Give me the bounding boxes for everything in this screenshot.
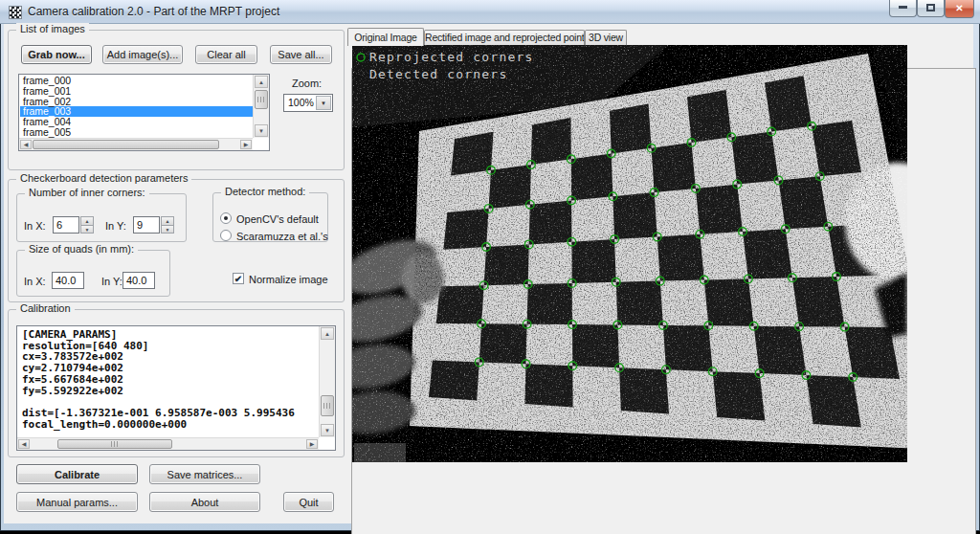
minimize-button[interactable] bbox=[889, 0, 917, 17]
normalize-image-checkbox[interactable]: ✔ bbox=[233, 273, 244, 284]
calibration-photo: Reprojected corners Detected corners bbox=[352, 45, 907, 462]
thumb-grip bbox=[323, 403, 331, 409]
chevron-down-icon[interactable]: ▼ bbox=[316, 96, 331, 110]
radio-scaramuzza[interactable] bbox=[220, 230, 232, 241]
vscroll-thumb[interactable] bbox=[321, 395, 334, 416]
radio-opencv-default[interactable] bbox=[220, 212, 232, 224]
close-button[interactable]: ✕ bbox=[945, 0, 974, 18]
calibration-vscrollbar[interactable]: ▲ ▼ bbox=[319, 326, 335, 437]
calibrate-button[interactable]: Calibrate bbox=[16, 464, 138, 484]
grab-now-button[interactable]: Grab now... bbox=[21, 45, 92, 64]
checkmark-icon: ✔ bbox=[234, 274, 242, 284]
spin-down-icon[interactable]: ▼ bbox=[161, 225, 174, 234]
normalize-image-label: Normalize image bbox=[249, 274, 328, 285]
vscroll-thumb[interactable] bbox=[255, 90, 268, 109]
about-button[interactable]: About bbox=[149, 492, 260, 512]
group-list-of-images-label: List of images bbox=[16, 23, 89, 34]
calibration-results-textarea[interactable]: [CAMERA_PARAMS] resolution=[640 480] cx=… bbox=[16, 325, 336, 451]
quad-y-field[interactable]: 40.0 bbox=[122, 272, 155, 289]
inner-x-label: In X: bbox=[24, 220, 46, 232]
minimize-icon bbox=[899, 6, 907, 9]
thumb-grip bbox=[257, 97, 265, 102]
scroll-down-icon[interactable]: ▼ bbox=[321, 424, 334, 436]
list-item[interactable]: frame_001 bbox=[20, 86, 253, 97]
inner-x-field[interactable]: 6 bbox=[53, 216, 79, 234]
spin-up-icon[interactable]: ▲ bbox=[80, 216, 94, 225]
zoom-label: Zoom: bbox=[292, 78, 322, 89]
clear-all-button[interactable]: Clear all bbox=[195, 45, 257, 64]
radio-scaramuzza-label: Scaramuzza et al.'s bbox=[236, 231, 328, 242]
inner-x-stepper[interactable]: ▲▼ bbox=[80, 216, 94, 234]
thumb-grip bbox=[111, 441, 119, 447]
group-quad-size-label: Size of quads (in mm): bbox=[25, 243, 138, 255]
film-grain-light bbox=[352, 45, 907, 462]
save-all-button[interactable]: Save all... bbox=[270, 45, 332, 64]
spin-down-icon[interactable]: ▼ bbox=[80, 225, 94, 234]
add-images-button[interactable]: Add image(s)... bbox=[102, 45, 183, 64]
tab-original-image[interactable]: Original Image bbox=[347, 28, 424, 46]
dialog-content: List of images Grab now... Add image(s).… bbox=[4, 24, 973, 523]
inner-y-stepper[interactable]: ▲▼ bbox=[161, 216, 174, 234]
image-list-hscrollbar[interactable]: ◀ ▶ bbox=[19, 138, 253, 150]
hscroll-thumb[interactable] bbox=[33, 140, 219, 149]
inner-y-label: In Y: bbox=[105, 220, 126, 232]
scroll-left-icon[interactable]: ◀ bbox=[18, 439, 30, 449]
close-icon: ✕ bbox=[955, 3, 963, 13]
scroll-right-icon[interactable]: ▶ bbox=[240, 140, 252, 149]
hscroll-thumb[interactable] bbox=[57, 439, 172, 449]
radio-dot-icon bbox=[224, 216, 228, 220]
scroll-up-icon[interactable]: ▲ bbox=[255, 76, 268, 88]
image-list-vscrollbar[interactable]: ▲ ▼ bbox=[253, 75, 269, 138]
group-calibration-label: Calibration bbox=[16, 302, 75, 314]
group-detection-params-label: Checkerboard detection parameters bbox=[16, 172, 191, 184]
scroll-down-icon[interactable]: ▼ bbox=[255, 124, 268, 137]
group-inner-corners-label: Number of inner corners: bbox=[25, 187, 149, 198]
maximize-icon bbox=[926, 4, 935, 11]
legend-reprojected: Reprojected corners bbox=[369, 50, 534, 64]
inner-y-field[interactable]: 9 bbox=[133, 216, 160, 234]
quad-x-field[interactable]: 40.0 bbox=[52, 272, 84, 289]
maximize-button[interactable] bbox=[917, 0, 945, 17]
manual-params-button[interactable]: Manual params... bbox=[16, 492, 138, 512]
window-title: Camera calibration 2.0 - Part of the MRP… bbox=[28, 5, 279, 18]
zoom-value: 100% bbox=[288, 97, 314, 108]
spin-up-icon[interactable]: ▲ bbox=[161, 216, 174, 225]
tab-rectified-image[interactable]: Rectified image and reprojected points bbox=[424, 30, 585, 45]
scroll-left-icon[interactable]: ◀ bbox=[20, 140, 32, 149]
scroll-up-icon[interactable]: ▲ bbox=[321, 327, 334, 340]
titlebar[interactable]: Camera calibration 2.0 - Part of the MRP… bbox=[0, 0, 980, 24]
quad-x-label: In X: bbox=[24, 276, 46, 287]
zoom-combobox[interactable]: 100% ▼ bbox=[283, 94, 333, 112]
scroll-right-icon[interactable]: ▶ bbox=[306, 439, 318, 449]
group-detector-method-label: Detector method: bbox=[221, 186, 309, 197]
app-window: Camera calibration 2.0 - Part of the MRP… bbox=[0, 0, 980, 531]
radio-opencv-default-label: OpenCV's default bbox=[236, 213, 319, 225]
app-checkerboard-icon bbox=[9, 6, 22, 19]
image-list: frame_000frame_001frame_002frame_003fram… bbox=[20, 76, 253, 138]
tab-3d-view[interactable]: 3D view bbox=[585, 30, 627, 45]
calibration-results-text: [CAMERA_PARAMS] resolution=[640 480] cx=… bbox=[22, 329, 319, 436]
quad-y-label: In Y: bbox=[101, 276, 122, 287]
quit-button[interactable]: Quit bbox=[283, 492, 334, 512]
legend-detected: Detected corners bbox=[369, 67, 507, 81]
save-matrices-button[interactable]: Save matrices... bbox=[149, 464, 260, 484]
image-listbox[interactable]: frame_000frame_001frame_002frame_003fram… bbox=[18, 74, 270, 151]
calibration-hscrollbar[interactable]: ◀ ▶ bbox=[17, 437, 319, 450]
